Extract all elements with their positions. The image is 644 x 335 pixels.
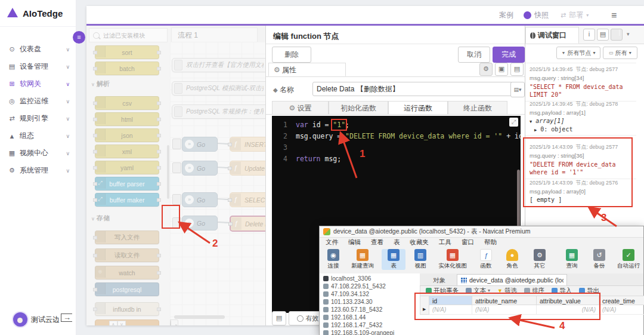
inject-node-go-2[interactable]: »Go	[182, 161, 218, 176]
palette-node-buffer-maker[interactable]: ⤢buffer maker	[95, 193, 159, 207]
debug-bug-icon[interactable]	[611, 29, 623, 41]
library-book-icon[interactable]: ▤	[272, 311, 286, 325]
done-button[interactable]: 完成	[493, 47, 525, 63]
palette-node-json[interactable]: json	[95, 128, 159, 142]
tab-objects[interactable]: 对象	[426, 275, 453, 285]
description-icon[interactable]: ▣	[495, 63, 508, 76]
deploy-button[interactable]: ⇄ 部署 ▾	[561, 10, 589, 20]
tab-setup[interactable]: ⚙ 设置	[272, 101, 329, 115]
palette-node-html[interactable]: html	[95, 112, 159, 126]
inject-node-go-4[interactable]: »Go	[182, 216, 218, 230]
cell-id[interactable]: (N/A)	[429, 305, 472, 315]
tab-properties[interactable]: ⚙ 属性	[268, 63, 346, 76]
palette-search[interactable]	[89, 28, 168, 42]
tree-item[interactable]: 47.108.229.51_5432	[323, 282, 419, 290]
column-header-id[interactable]: id	[429, 296, 472, 305]
palette-node-postgresql[interactable]: postgresql	[95, 282, 159, 296]
expand-editor-icon[interactable]: ⤢	[509, 118, 518, 127]
function-node-insert[interactable]: ƒINSERT D	[230, 137, 265, 152]
inject-button[interactable]	[172, 162, 181, 173]
sidebar-item-devices[interactable]: ▤ 设备管理 ∨	[0, 58, 76, 75]
function-node-update[interactable]: ƒUpdate D	[230, 161, 265, 176]
examples-button[interactable]: 案例	[499, 10, 513, 20]
cell-attribute-name[interactable]: (N/A)	[472, 305, 537, 315]
palette-collapse-down-button[interactable]: ∨	[117, 321, 126, 325]
toolbar-query[interactable]: ▦查询	[561, 249, 583, 270]
menu-view[interactable]: 查看	[371, 238, 383, 247]
inject-node-go-3[interactable]: »Go	[182, 192, 218, 207]
name-input[interactable]	[312, 82, 513, 96]
tab-init-function[interactable]: 初始化函数	[329, 101, 388, 115]
inject-button-delete[interactable]	[172, 217, 181, 228]
tree-item[interactable]: 123.60.57.18_5432	[323, 306, 419, 314]
tab-debug[interactable]: 调试窗口	[525, 27, 579, 44]
palette-node-influxdb-in[interactable]: influxdb in	[95, 302, 159, 316]
column-header-attribute-name[interactable]: attribute_name	[472, 296, 537, 305]
panel-caret-icon[interactable]: ▾	[627, 31, 630, 37]
tab-device-data-table[interactable]: device_data @aiotedge.public (local...	[457, 274, 567, 285]
main-menu-icon[interactable]: ≡	[611, 10, 617, 21]
collapse-menu-icon[interactable]: ≡	[73, 31, 85, 44]
filter-nodes-dropdown[interactable]: ▼所有节点▾	[556, 47, 600, 59]
sidebar-item-gateway[interactable]: ⊞ 软网关 ∨	[0, 75, 76, 93]
toolbar-other[interactable]: ⚙其它	[527, 249, 552, 270]
column-header-attribute-value[interactable]: attribute_value	[537, 296, 599, 305]
snapshot-button[interactable]: 快照	[524, 10, 549, 20]
toolbar-automation[interactable]: ✓自动运行	[614, 249, 643, 270]
palette-node-write-file[interactable]: 写入文件	[95, 230, 159, 244]
export-button[interactable]: 导出	[579, 287, 599, 295]
palette-node-watch[interactable]: ⌾watch	[95, 266, 159, 279]
node-settings-icon[interactable]: ⚙	[479, 63, 493, 76]
toolbar-backup[interactable]: ↺备份	[588, 249, 611, 270]
palette-node-yaml[interactable]: yaml	[95, 161, 159, 174]
cancel-button[interactable]: 取消	[458, 47, 490, 63]
canvas-h-scrollbar[interactable]	[174, 315, 225, 319]
inject-button[interactable]	[172, 139, 181, 149]
import-button[interactable]: 导入	[552, 287, 572, 295]
tree-item[interactable]: 192.168.1.47_5432	[323, 321, 419, 329]
tab-run-function[interactable]: 运行函数	[388, 101, 448, 115]
toolbar-materialized-view[interactable]: ▦实体化视图	[434, 249, 471, 270]
palette-section-parse[interactable]: ∨ 解析	[91, 79, 110, 88]
delete-button[interactable]: 删除	[272, 47, 311, 63]
info-icon[interactable]: i	[583, 29, 595, 41]
toolbar-new-query[interactable]: ▦新建查询	[347, 249, 378, 270]
palette-node-buffer-parser[interactable]: ⤢buffer parser	[95, 177, 159, 190]
debug-message[interactable]: 2025/1/9 14:39:45 节点: debug 2577 msg.que…	[525, 63, 636, 102]
text-button[interactable]: 文本▾	[466, 287, 490, 295]
palette-node-partial[interactable]	[95, 319, 159, 325]
navicat-titlebar[interactable]: device_data @aiotedge.public (localhost_…	[320, 226, 643, 238]
tree-item[interactable]: 192.168.1.44	[323, 314, 419, 321]
cell-attribute-value[interactable]: (N/A)	[537, 305, 599, 315]
avatar[interactable]	[12, 311, 29, 328]
sidebar-item-rules[interactable]: ⇄ 规则引擎 ∨	[0, 110, 76, 127]
menu-edit[interactable]: 编辑	[348, 238, 361, 247]
toolbar-role[interactable]: ●角色	[501, 249, 524, 270]
column-header-create-time[interactable]: create_time	[599, 296, 644, 305]
help-book-icon[interactable]: ▤	[597, 29, 609, 41]
debug-message-delete-query[interactable]: 2025/1/9 14:43:09 节点: debug 2577 msg.que…	[525, 141, 636, 179]
sidebar-item-video[interactable]: ▦ 视频中心 ∨	[0, 145, 76, 162]
triangle-open-icon[interactable]: ▼	[530, 119, 532, 124]
palette-section-store[interactable]: ∨ 存储	[91, 214, 110, 223]
inject-node-go-1[interactable]: »Go	[182, 137, 218, 152]
sidebar-item-system[interactable]: ⚙ 系统管理 ∨	[0, 162, 76, 179]
palette-node-csv[interactable]: csv	[95, 96, 159, 110]
palette-node-batch[interactable]: batch	[95, 62, 159, 75]
tree-item[interactable]: 101.133.234.30	[323, 298, 419, 306]
flow-canvas[interactable]: 流程 1 双击打开查看【官方使用文档】 PostgreSQL 模拟测试-双击打开…	[170, 26, 265, 325]
menu-table[interactable]: 表	[394, 238, 400, 247]
filter-button[interactable]: ▼筛选	[497, 287, 517, 295]
palette-scrollbar[interactable]	[167, 145, 169, 199]
function-node-delete-selected[interactable]: ƒDelete Da	[230, 216, 265, 232]
toolbar-function[interactable]: ƒ函数	[475, 249, 497, 270]
palette-node-xml[interactable]: xml	[95, 145, 159, 158]
toolbar-table[interactable]: ▦表	[382, 249, 405, 270]
help-book-icon[interactable]: ▤	[510, 63, 524, 76]
canvas-navigator-button[interactable]	[170, 319, 178, 325]
sort-button[interactable]: 排序	[524, 287, 544, 295]
tree-item[interactable]: 47.109.34.132	[323, 290, 419, 298]
triangle-closed-icon[interactable]: ▶	[534, 128, 537, 133]
menu-favorites[interactable]: 收藏夹	[410, 238, 429, 247]
tree-item[interactable]: 192.168.5.109-orangepi	[323, 329, 419, 335]
